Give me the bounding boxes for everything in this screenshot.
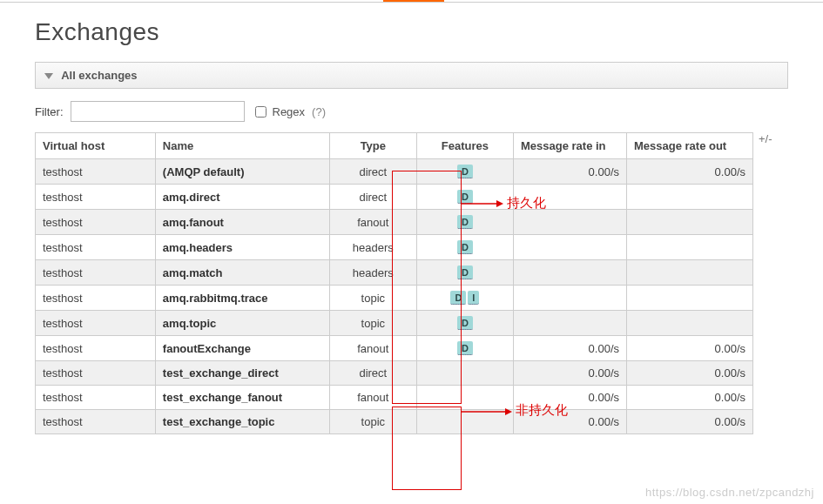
feature-tag-d: D xyxy=(450,291,466,305)
table-row: testhostamq.rabbitmq.tracetopicDI xyxy=(36,286,753,311)
cell-rate-in xyxy=(514,286,627,311)
cell-features: D xyxy=(416,185,513,210)
col-rate-out[interactable]: Message rate out xyxy=(627,133,753,159)
cell-rate-out: 0.00/s xyxy=(627,159,753,185)
cell-features: D xyxy=(416,311,513,336)
cell-name[interactable]: test_exchange_direct xyxy=(155,361,329,386)
cell-vhost: testhost xyxy=(36,235,156,260)
cell-type: topic xyxy=(329,286,416,311)
cell-name[interactable]: amq.match xyxy=(155,260,329,286)
filter-label: Filter: xyxy=(35,105,64,118)
col-type[interactable]: Type xyxy=(329,133,416,159)
cell-type: topic xyxy=(329,311,416,336)
table-row: testhosttest_exchange_fanoutfanout0.00/s… xyxy=(36,386,753,410)
cell-name[interactable]: test_exchange_topic xyxy=(155,410,329,434)
cell-name[interactable]: (AMQP default) xyxy=(155,159,329,185)
cell-name[interactable]: test_exchange_fanout xyxy=(155,386,329,410)
add-remove-columns[interactable]: +/- xyxy=(759,132,772,145)
cell-rate-in xyxy=(514,185,627,210)
cell-rate-out xyxy=(627,286,753,311)
table-row: testhostamq.headersheadersD xyxy=(36,235,753,260)
cell-vhost: testhost xyxy=(36,210,156,235)
cell-type: fanout xyxy=(329,386,416,410)
table-row: testhostamq.topictopicD xyxy=(36,311,753,336)
col-rate-in[interactable]: Message rate in xyxy=(514,133,627,159)
cell-rate-in: 0.00/s xyxy=(514,159,627,185)
feature-tag-d: D xyxy=(457,240,473,254)
table-row: testhostamq.fanoutfanoutD xyxy=(36,210,753,235)
cell-name[interactable]: amq.topic xyxy=(155,311,329,336)
cell-name[interactable]: amq.fanout xyxy=(155,210,329,235)
section-header-label: All exchanges xyxy=(61,69,137,82)
cell-vhost: testhost xyxy=(36,336,156,361)
cell-features: D xyxy=(416,210,513,235)
feature-tag-d: D xyxy=(457,316,473,330)
col-vhost[interactable]: Virtual host xyxy=(36,133,156,159)
cell-vhost: testhost xyxy=(36,361,156,386)
feature-tag-d: D xyxy=(457,265,473,279)
feature-tag-d: D xyxy=(457,190,473,204)
cell-rate-out: 0.00/s xyxy=(627,361,753,386)
cell-rate-out xyxy=(627,311,753,336)
col-name[interactable]: Name xyxy=(155,133,329,159)
cell-features xyxy=(416,361,513,386)
cell-features xyxy=(416,386,513,410)
exchanges-table: Virtual host Name Type Features Message … xyxy=(35,132,753,434)
regex-label: Regex xyxy=(273,105,306,118)
cell-vhost: testhost xyxy=(36,410,156,434)
cell-type: headers xyxy=(329,235,416,260)
feature-tag-i: I xyxy=(468,291,479,305)
table-row: testhostamq.matchheadersD xyxy=(36,260,753,286)
filter-row: Filter: Regex (?) xyxy=(35,101,788,122)
cell-features xyxy=(416,410,513,434)
cell-vhost: testhost xyxy=(36,311,156,336)
feature-tag-d: D xyxy=(457,215,473,229)
cell-name[interactable]: amq.rabbitmq.trace xyxy=(155,286,329,311)
cell-rate-out: 0.00/s xyxy=(627,386,753,410)
cell-rate-out: 0.00/s xyxy=(627,410,753,434)
table-row: testhosttest_exchange_directdirect0.00/s… xyxy=(36,361,753,386)
cell-rate-out xyxy=(627,235,753,260)
cell-name[interactable]: fanoutExchange xyxy=(155,336,329,361)
cell-vhost: testhost xyxy=(36,260,156,286)
chevron-down-icon xyxy=(44,73,53,79)
cell-features: D xyxy=(416,235,513,260)
table-row: testhost(AMQP default)directD0.00/s0.00/… xyxy=(36,159,753,185)
cell-vhost: testhost xyxy=(36,286,156,311)
cell-features: D xyxy=(416,260,513,286)
regex-toggle[interactable]: Regex xyxy=(252,104,306,120)
cell-rate-in xyxy=(514,210,627,235)
col-features[interactable]: Features xyxy=(416,133,513,159)
table-row: testhosttest_exchange_topictopic0.00/s0.… xyxy=(36,410,753,434)
cell-rate-in: 0.00/s xyxy=(514,386,627,410)
cell-features: D xyxy=(416,336,513,361)
cell-type: direct xyxy=(329,159,416,185)
cell-features: D xyxy=(416,159,513,185)
cell-vhost: testhost xyxy=(36,386,156,410)
feature-tag-d: D xyxy=(457,341,473,355)
cell-rate-out xyxy=(627,260,753,286)
cell-type: topic xyxy=(329,410,416,434)
cell-vhost: testhost xyxy=(36,185,156,210)
cell-rate-in: 0.00/s xyxy=(514,336,627,361)
cell-rate-in xyxy=(514,311,627,336)
watermark: https://blog.csdn.net/zpcandzhj xyxy=(645,486,814,499)
feature-tag-d: D xyxy=(457,165,473,178)
filter-input[interactable] xyxy=(71,101,245,122)
regex-checkbox[interactable] xyxy=(255,106,266,118)
cell-rate-out xyxy=(627,185,753,210)
cell-rate-in xyxy=(514,235,627,260)
cell-name[interactable]: amq.headers xyxy=(155,235,329,260)
cell-name[interactable]: amq.direct xyxy=(155,185,329,210)
cell-rate-in: 0.00/s xyxy=(514,361,627,386)
regex-help[interactable]: (?) xyxy=(312,105,326,118)
table-row: testhostfanoutExchangefanoutD0.00/s0.00/… xyxy=(36,336,753,361)
table-row: testhostamq.directdirectD xyxy=(36,185,753,210)
page-title: Exchanges xyxy=(35,18,788,46)
all-exchanges-header[interactable]: All exchanges xyxy=(35,62,788,89)
cell-rate-in: 0.00/s xyxy=(514,410,627,434)
cell-features: DI xyxy=(416,286,513,311)
cell-type: fanout xyxy=(329,210,416,235)
cell-vhost: testhost xyxy=(36,159,156,185)
cell-type: direct xyxy=(329,361,416,386)
